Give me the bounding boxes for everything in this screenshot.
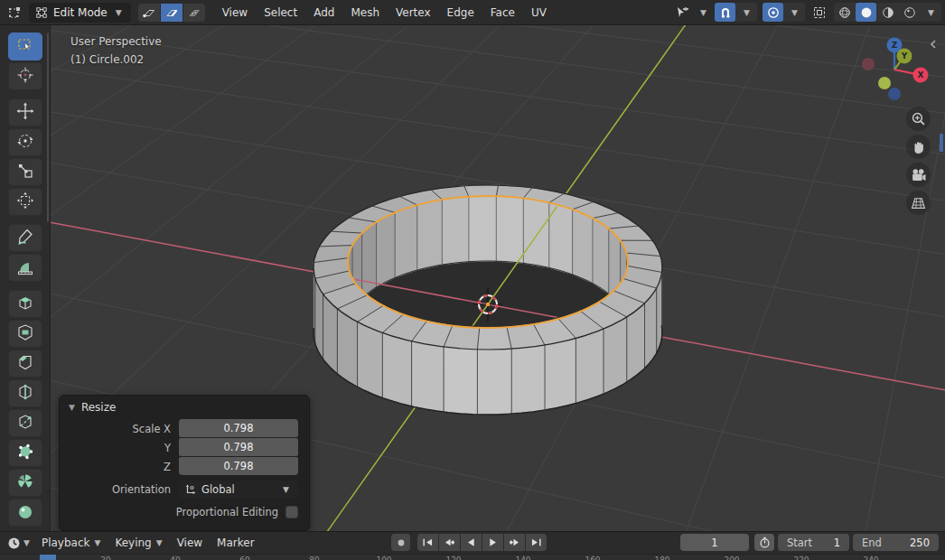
shading-solid-button[interactable]	[856, 3, 876, 22]
shading-wireframe-button[interactable]	[834, 3, 855, 22]
tool-annotate[interactable]	[8, 224, 42, 252]
tool-move[interactable]	[8, 98, 42, 126]
timeline-header: ▼ Playback▼Keying▼ViewMarker 1	[0, 532, 945, 554]
menu-face[interactable]: Face	[482, 1, 523, 24]
timeline-menu-view[interactable]: View	[170, 533, 210, 553]
tool-inset-faces[interactable]	[8, 320, 42, 348]
zoom-button[interactable]	[906, 107, 931, 131]
tool-bevel[interactable]	[8, 350, 42, 378]
magnifier-icon	[911, 111, 926, 126]
ruler-frame-label: 100	[376, 555, 391, 560]
header-menu-bar: ViewSelectAddMeshVertexEdgeFaceUV	[214, 1, 555, 24]
select-mode-face[interactable]	[183, 4, 205, 22]
jump-start-icon	[422, 534, 434, 551]
scale-y-field[interactable]: 0.798	[179, 438, 298, 456]
mode-selector-dropdown[interactable]: Edit Mode ▼	[29, 3, 131, 23]
timeline-menu-bar: Playback▼Keying▼ViewMarker	[34, 533, 262, 553]
timeline-menu-playback[interactable]: Playback▼	[34, 533, 108, 553]
scale-z-field[interactable]: 0.798	[179, 457, 298, 475]
pan-button[interactable]	[906, 135, 931, 159]
object-visibility-button[interactable]	[674, 4, 692, 22]
play-reverse-button[interactable]	[461, 534, 482, 551]
gizmo-axis-label-x: X	[918, 70, 924, 79]
gizmo-ball--z[interactable]	[888, 88, 901, 100]
play-forward-button[interactable]	[482, 534, 503, 551]
toolbar-scrollbar[interactable]	[47, 33, 49, 222]
snap-options-dropdown[interactable]: ▼	[736, 3, 757, 22]
solid-sphere-icon	[860, 6, 873, 19]
chevron-down-icon: ▼	[94, 533, 100, 553]
visibility-dropdown-chevron[interactable]: ▼	[697, 8, 709, 17]
camera-view-button[interactable]	[906, 163, 931, 187]
select-mode-edge[interactable]	[161, 4, 182, 22]
proportional-options-dropdown[interactable]: ▼	[784, 3, 805, 22]
tool-extrude-region[interactable]	[8, 290, 42, 318]
jump-start-button[interactable]	[417, 534, 438, 551]
menu-uv[interactable]: UV	[523, 1, 555, 24]
shading-material-button[interactable]	[877, 3, 898, 22]
current-frame-field[interactable]: 1	[680, 534, 749, 551]
shading-rendered-button[interactable]	[899, 3, 920, 22]
orientation-dropdown[interactable]: Global ▼	[179, 481, 298, 499]
header-right-controls: ▼ ▼ ▼	[674, 3, 941, 22]
camera-icon	[911, 168, 926, 182]
collapse-triangle-icon: ▼	[69, 403, 75, 412]
jump-end-button[interactable]	[526, 534, 547, 551]
tool-transform[interactable]	[8, 188, 42, 216]
gizmo-ball--y[interactable]	[878, 77, 891, 89]
tool-select-box[interactable]	[8, 33, 42, 61]
edit-mode-icon	[35, 6, 48, 19]
show-gizmo-toggle[interactable]	[810, 4, 828, 22]
gizmo-ball--x[interactable]	[862, 58, 875, 70]
proportional-editing-toggle[interactable]	[763, 3, 783, 22]
prev-keyframe-button[interactable]	[439, 534, 460, 551]
tool-loop-cut[interactable]	[8, 379, 42, 407]
viewport-canvas[interactable]: User Perspective (1) Circle.002 ZYX	[51, 25, 945, 531]
annotate-icon	[16, 228, 34, 249]
move-icon	[16, 102, 34, 124]
timeline-menu-marker[interactable]: Marker	[210, 533, 261, 553]
auto-keying-record-button[interactable]	[391, 534, 410, 551]
wireframe-sphere-icon	[838, 6, 851, 19]
ruler-frame-label: 180	[654, 555, 669, 560]
tool-smooth[interactable]	[8, 499, 42, 527]
orientation-value: Global	[201, 483, 235, 496]
tool-knife[interactable]	[8, 409, 42, 437]
chevron-down-icon: ▼	[21, 538, 33, 547]
frame-end-field[interactable]: End 250	[853, 534, 939, 551]
projection-toggle-button[interactable]	[906, 191, 931, 215]
tool-poly-build[interactable]	[8, 439, 42, 467]
ruler-frame-label: 140	[515, 555, 530, 560]
next-keyframe-button[interactable]	[504, 534, 525, 551]
sidebar-collapse-arrow[interactable]	[929, 36, 938, 53]
next-keyframe-icon	[509, 534, 520, 551]
frame-start-field[interactable]: Start 1	[778, 534, 849, 551]
timeline-editor-type-button[interactable]: ▼	[7, 534, 33, 552]
snap-toggle[interactable]	[715, 3, 735, 22]
proportional-editing-checkbox[interactable]	[285, 506, 298, 518]
sidebar-drag-tab[interactable]	[940, 134, 943, 152]
menu-add[interactable]: Add	[305, 1, 342, 24]
tool-spin[interactable]	[8, 469, 42, 497]
tool-measure[interactable]	[8, 254, 42, 282]
select-mode-vertex[interactable]	[138, 4, 160, 22]
tool-rotate[interactable]	[8, 128, 42, 156]
end-value: 250	[910, 537, 930, 549]
timeline-menu-keying[interactable]: Keying▼	[108, 533, 169, 553]
tool-cursor[interactable]	[8, 62, 42, 90]
editor-type-button[interactable]	[5, 4, 23, 22]
operator-panel-header[interactable]: ▼ Resize	[60, 396, 309, 419]
loop-cut-icon	[16, 383, 34, 405]
timeline-ruler[interactable]: 20406080100120140160180200220240	[0, 554, 945, 560]
playhead-marker[interactable]	[40, 554, 56, 560]
use-preview-range-button[interactable]	[754, 534, 774, 551]
menu-view[interactable]: View	[214, 1, 256, 24]
start-label: Start	[787, 537, 812, 549]
tool-scale[interactable]	[8, 158, 42, 186]
menu-mesh[interactable]: Mesh	[342, 1, 388, 24]
scale-x-field[interactable]: 0.798	[179, 419, 298, 437]
shading-options-dropdown[interactable]: ▼	[921, 3, 941, 22]
menu-vertex[interactable]: Vertex	[388, 1, 439, 24]
menu-edge[interactable]: Edge	[439, 1, 482, 24]
menu-select[interactable]: Select	[256, 1, 305, 24]
